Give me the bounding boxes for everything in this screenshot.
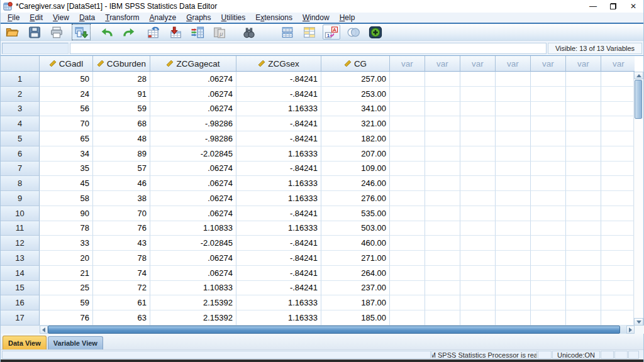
empty-cell[interactable] xyxy=(566,72,601,87)
empty-cell[interactable] xyxy=(566,206,601,221)
data-cell[interactable]: 1.10833 xyxy=(150,221,236,236)
empty-cell[interactable] xyxy=(601,87,635,102)
data-cell[interactable]: -.84241 xyxy=(236,162,321,177)
data-cell[interactable]: 48 xyxy=(93,131,150,146)
empty-cell[interactable] xyxy=(601,206,635,221)
menu-item-graphs[interactable]: Graphs xyxy=(181,13,216,23)
data-cell[interactable]: 76 xyxy=(93,221,150,236)
empty-cell[interactable] xyxy=(566,176,601,191)
empty-cell[interactable] xyxy=(390,295,425,310)
empty-cell[interactable] xyxy=(566,191,601,206)
find-button[interactable] xyxy=(240,25,258,40)
empty-cell[interactable] xyxy=(425,251,460,266)
data-cell[interactable]: 207.00 xyxy=(321,146,390,162)
restore-button[interactable] xyxy=(603,0,623,13)
empty-cell[interactable] xyxy=(566,221,601,236)
empty-cell[interactable] xyxy=(496,236,531,251)
data-cell[interactable]: 271.00 xyxy=(321,251,390,266)
empty-cell[interactable] xyxy=(460,87,496,102)
empty-cell[interactable] xyxy=(425,102,460,117)
empty-cell[interactable] xyxy=(601,131,635,146)
weight-cases-button[interactable] xyxy=(301,25,318,40)
column-header-var[interactable]: var xyxy=(390,56,425,72)
data-cell[interactable]: -.84241 xyxy=(236,116,321,131)
menu-item-extensions[interactable]: Extensions xyxy=(250,13,297,23)
empty-cell[interactable] xyxy=(601,236,635,251)
empty-cell[interactable] xyxy=(460,221,496,236)
empty-cell[interactable] xyxy=(601,221,635,236)
empty-cell[interactable] xyxy=(390,221,425,236)
menu-item-file[interactable]: File xyxy=(3,13,25,23)
vertical-scroll-thumb[interactable] xyxy=(635,80,642,119)
data-cell[interactable]: 78 xyxy=(93,251,150,266)
data-cell[interactable]: 1.16333 xyxy=(236,295,321,310)
empty-cell[interactable] xyxy=(496,146,531,162)
data-cell[interactable]: 24 xyxy=(40,87,93,102)
empty-cell[interactable] xyxy=(425,72,460,87)
data-cell[interactable]: 1.16333 xyxy=(236,191,321,206)
tab-variable-view[interactable]: Variable View xyxy=(48,336,103,349)
empty-cell[interactable] xyxy=(460,176,496,191)
empty-cell[interactable] xyxy=(566,310,601,326)
empty-cell[interactable] xyxy=(425,87,460,102)
data-cell[interactable]: 2.15392 xyxy=(150,295,236,310)
empty-cell[interactable] xyxy=(425,116,460,131)
data-cell[interactable]: 91 xyxy=(93,87,150,102)
column-header-var[interactable]: var xyxy=(496,56,531,72)
empty-cell[interactable] xyxy=(425,310,460,326)
data-cell[interactable]: -.84241 xyxy=(236,251,321,266)
data-cell[interactable]: 341.00 xyxy=(321,102,390,117)
data-cell[interactable]: -.98286 xyxy=(150,131,236,146)
data-cell[interactable]: .06274 xyxy=(150,176,236,191)
empty-cell[interactable] xyxy=(531,162,566,177)
row-header[interactable]: 6 xyxy=(1,146,40,162)
row-header[interactable]: 4 xyxy=(1,116,40,131)
empty-cell[interactable] xyxy=(496,162,531,177)
empty-cell[interactable] xyxy=(496,310,531,326)
data-cell[interactable]: -2.02845 xyxy=(150,236,236,251)
column-header-var[interactable]: var xyxy=(531,56,566,72)
empty-cell[interactable] xyxy=(425,176,460,191)
data-cell[interactable]: 1.16333 xyxy=(236,221,321,236)
row-header[interactable]: 11 xyxy=(1,221,40,236)
empty-cell[interactable] xyxy=(460,102,496,117)
scroll-down-button[interactable] xyxy=(634,318,643,326)
empty-cell[interactable] xyxy=(566,146,601,162)
column-header-zcgsex[interactable]: ZCGsex xyxy=(236,56,321,72)
column-header-zcgagecat[interactable]: ZCGagecat xyxy=(150,56,236,72)
data-cell[interactable]: 61 xyxy=(93,295,150,310)
data-cell[interactable]: -.84241 xyxy=(236,131,321,146)
redo-button[interactable] xyxy=(120,25,138,40)
empty-cell[interactable] xyxy=(390,146,425,162)
minimize-button[interactable]: — xyxy=(583,0,603,13)
data-cell[interactable]: 50 xyxy=(40,72,93,87)
empty-cell[interactable] xyxy=(531,131,566,146)
data-cell[interactable]: 59 xyxy=(40,295,93,310)
data-cell[interactable]: 503.00 xyxy=(321,221,390,236)
data-cell[interactable]: 35 xyxy=(40,162,93,177)
column-header-var[interactable]: var xyxy=(566,56,601,72)
empty-cell[interactable] xyxy=(496,102,531,117)
empty-cell[interactable] xyxy=(390,162,425,177)
empty-cell[interactable] xyxy=(460,131,496,146)
data-cell[interactable]: 276.00 xyxy=(321,191,390,206)
empty-cell[interactable] xyxy=(601,310,635,326)
empty-cell[interactable] xyxy=(425,191,460,206)
empty-cell[interactable] xyxy=(601,146,635,162)
data-cell[interactable]: 1.16333 xyxy=(236,176,321,191)
empty-cell[interactable] xyxy=(531,221,566,236)
empty-cell[interactable] xyxy=(601,251,635,266)
empty-cell[interactable] xyxy=(531,87,566,102)
data-cell[interactable]: 70 xyxy=(40,116,93,131)
empty-cell[interactable] xyxy=(425,295,460,310)
scroll-right-button[interactable] xyxy=(626,326,635,334)
data-cell[interactable]: 20 xyxy=(40,251,93,266)
empty-cell[interactable] xyxy=(496,131,531,146)
column-header-var[interactable]: var xyxy=(601,56,635,72)
data-cell[interactable]: 253.00 xyxy=(321,87,390,102)
data-cell[interactable]: 1.16333 xyxy=(236,146,321,162)
empty-cell[interactable] xyxy=(460,146,496,162)
column-header-cgburden[interactable]: CGburden xyxy=(93,56,150,72)
data-cell[interactable]: 33 xyxy=(40,236,93,251)
empty-cell[interactable] xyxy=(390,191,425,206)
